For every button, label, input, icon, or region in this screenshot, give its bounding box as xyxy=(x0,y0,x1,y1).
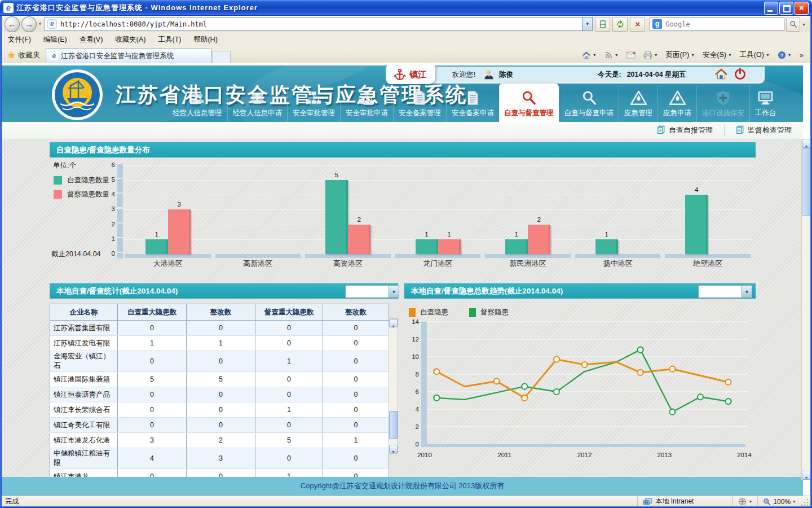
table-row[interactable]: 金海宏业（镇江）石0010 xyxy=(50,351,389,372)
refresh-button[interactable] xyxy=(612,17,628,32)
menu-item-5[interactable]: 帮助(H) xyxy=(187,32,223,47)
logout-button[interactable] xyxy=(734,67,747,82)
nav-item-3[interactable]: 安全审批申请 xyxy=(340,86,393,122)
menu-item-0[interactable]: 文件(F) xyxy=(2,32,37,47)
back-button[interactable]: ← xyxy=(5,16,20,32)
y-axis-tick-label: 2 xyxy=(99,221,115,227)
zoom-level: 100% xyxy=(773,498,791,506)
x-axis-segment xyxy=(395,254,481,258)
table-scrollbar[interactable] xyxy=(389,318,398,454)
page-menu-button[interactable]: 页面(P) xyxy=(663,49,699,62)
scroll-up-icon[interactable] xyxy=(802,139,810,148)
help-button[interactable]: ? xyxy=(774,49,795,61)
select-value xyxy=(346,286,389,297)
value-cell: 0 xyxy=(118,351,187,372)
search-box: g xyxy=(650,17,784,31)
page-scrollbar[interactable] xyxy=(801,139,810,480)
nav-item-4[interactable]: 安全备案管理 xyxy=(393,86,446,122)
search-options-chevron-icon[interactable] xyxy=(800,19,806,29)
stop-button[interactable]: × xyxy=(630,17,645,32)
scroll-down-icon[interactable] xyxy=(389,445,398,453)
legend-label: 自查隐患 xyxy=(420,308,448,317)
search-button[interactable] xyxy=(786,17,800,32)
maximize-icon xyxy=(783,5,791,12)
scroll-thumb[interactable] xyxy=(389,411,398,439)
active-tab[interactable]: e 江苏省港口安全监管与应急管理系统 xyxy=(46,48,211,64)
subnav-item-label: 自查自报管理 xyxy=(669,125,713,135)
table-row[interactable]: 镇江港国际集装箱5500 xyxy=(50,372,389,387)
table-row[interactable]: 镇江市港龙石化港3251 xyxy=(50,433,389,448)
tab-title: 江苏省港口安全监管与应急管理系统 xyxy=(61,51,174,61)
command-bar: 页面(P) 安全(S) 工具(O) ? xyxy=(579,49,810,62)
value-cell: 0 xyxy=(255,321,323,336)
compatibility-view-button[interactable] xyxy=(595,17,610,32)
value-cell: 3 xyxy=(118,433,187,448)
value-cell: 0 xyxy=(255,418,323,433)
table-row[interactable]: 镇江恒泰沥青产品0000 xyxy=(50,387,389,402)
chevron-down-icon xyxy=(786,51,792,59)
bar-value-label: 2 xyxy=(528,216,550,223)
close-button[interactable] xyxy=(795,2,809,15)
resize-grip[interactable] xyxy=(801,498,809,506)
people-icon xyxy=(248,89,267,107)
welcome-bar: 镇江 欢迎您! 陈俊 今天是: 2014-04-04 星期五 xyxy=(386,67,765,84)
zoom-control[interactable]: 100% xyxy=(757,496,801,507)
nav-item-8[interactable]: 应急管理 xyxy=(619,86,657,122)
table-row[interactable]: 中储粮镇江粮油有限4300 xyxy=(50,448,389,469)
history-dropdown-icon[interactable]: ▼ xyxy=(38,21,42,27)
minimize-button[interactable] xyxy=(764,2,778,15)
toolbar-overflow-button[interactable] xyxy=(796,49,807,61)
scroll-up-icon[interactable] xyxy=(389,319,398,327)
window-titlebar[interactable]: e 江苏省港口安全监管与应急管理系统 - Windows Internet Ex… xyxy=(0,0,812,16)
bar-chart-cutoff-label: 截止2014.04.04 xyxy=(51,249,101,259)
subnav-item-1[interactable]: 监督检查管理 xyxy=(724,125,803,136)
y-axis-tick-label: 4 xyxy=(99,191,115,198)
url-input[interactable] xyxy=(59,20,582,29)
scroll-thumb[interactable] xyxy=(802,148,810,216)
favorites-label: 收藏夹 xyxy=(18,50,40,60)
nav-item-2[interactable]: 安全审批管理 xyxy=(287,86,340,122)
line-chart-filter-select[interactable] xyxy=(698,285,752,298)
nav-item-label: 安全审批申请 xyxy=(346,108,388,118)
bar-self-check xyxy=(595,239,618,254)
nav-item-6[interactable]: 自查与督查管理 xyxy=(499,84,559,122)
scroll-down-icon[interactable] xyxy=(802,471,810,480)
home-button[interactable] xyxy=(579,49,600,62)
nav-item-1[interactable]: 经营人信息申请 xyxy=(227,86,288,122)
tools-menu-label: 工具(O) xyxy=(740,50,764,60)
forward-button[interactable]: → xyxy=(21,16,37,32)
tools-menu-button[interactable]: 工具(O) xyxy=(736,49,773,62)
new-tab-stub[interactable] xyxy=(213,51,231,64)
svg-text:2: 2 xyxy=(416,423,419,430)
stats-table-filter-select[interactable] xyxy=(345,285,399,298)
menu-item-4[interactable]: 工具(T) xyxy=(152,32,187,47)
nav-item-7[interactable]: 自查与督查申请 xyxy=(559,86,619,122)
svg-text:12: 12 xyxy=(412,336,419,343)
menu-item-3[interactable]: 收藏夹(A) xyxy=(109,32,152,47)
nav-item-11[interactable]: 工作台 xyxy=(749,86,782,122)
table-row[interactable]: 江苏索普集团有限0000 xyxy=(50,321,389,336)
nav-item-9[interactable]: 应急申请 xyxy=(657,86,696,122)
search-input[interactable] xyxy=(664,20,784,29)
subnav-item-0[interactable]: 自查自报管理 xyxy=(646,125,724,136)
nav-item-5[interactable]: 安全备案申请 xyxy=(446,86,499,122)
protected-mode-button[interactable] xyxy=(732,496,757,507)
table-row[interactable]: 镇江奇美化工有限0000 xyxy=(50,418,389,433)
nav-item-0[interactable]: 经营人信息管理 xyxy=(167,86,227,122)
maximize-button[interactable] xyxy=(779,2,793,15)
nav-item-label: 工作台 xyxy=(755,108,776,118)
favorites-button[interactable]: ★ 收藏夹 xyxy=(2,50,46,60)
print-button[interactable] xyxy=(640,50,661,61)
table-row[interactable]: 镇江李长荣综合石0010 xyxy=(50,402,389,418)
url-dropdown-button[interactable] xyxy=(582,17,593,31)
table-row[interactable]: 江苏镇江发电有限1100 xyxy=(50,336,389,351)
home-shortcut-button[interactable] xyxy=(714,68,728,82)
menu-item-1[interactable]: 编辑(E) xyxy=(37,32,73,47)
chevron-down-icon xyxy=(613,51,619,59)
city-name: 镇江 xyxy=(409,69,426,80)
legend-swatch xyxy=(469,308,476,317)
read-mail-button[interactable] xyxy=(623,50,639,60)
feeds-button[interactable] xyxy=(601,49,622,61)
safety-menu-button[interactable]: 安全(S) xyxy=(699,49,735,62)
menu-item-2[interactable]: 查看(V) xyxy=(73,32,109,47)
